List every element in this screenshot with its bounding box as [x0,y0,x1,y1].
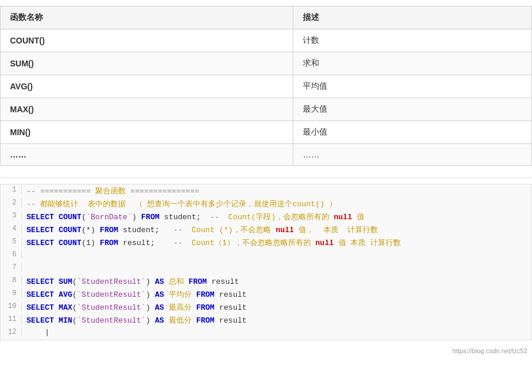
code-text: SELECT SUM(`StudentResult`) AS 总和 FROM r… [26,276,531,287]
code-text: SELECT COUNT(`BornDate`) FROM student; -… [26,211,531,223]
col-header-func: 函数名称 [1,6,293,29]
code-text: -- 都能够统计 表中的数据 （ 想查询一个表中有多少个记录，就使用这个coun… [26,198,531,210]
func-name: AVG() [1,75,293,98]
table-row: MIN() 最小值 [1,121,532,144]
table-row: COUNT() 计数 [1,29,532,52]
line-number: 10 [1,301,22,311]
functions-table-section: 函数名称 描述 COUNT() 计数 SUM() 求和 AVG() 平均值 MA… [0,0,532,178]
url-text: https://blog.csdn.net/lzc52 [453,347,527,354]
line-number: 5 [1,237,22,246]
url-bar: https://blog.csdn.net/lzc52 [0,346,532,356]
table-row: AVG() 平均值 [1,75,532,98]
code-text: SELECT MIN(`StudentResult`) AS 最低分 FROM … [26,314,531,326]
func-desc: …… [293,144,532,166]
line-number: 4 [1,224,22,233]
code-text: SELECT COUNT(1) FROM result; -- Count（1）… [26,237,531,249]
code-text [26,263,531,273]
line-number: 12 [1,327,22,337]
code-line-2: 2 -- 都能够统计 表中的数据 （ 想查询一个表中有多少个记录，就使用这个co… [1,197,531,210]
line-number: 3 [1,211,22,220]
code-text: SELECT AVG(`StudentResult`) AS 平均分 FROM … [26,289,531,300]
line-number: 8 [1,276,22,285]
func-desc: 最小值 [293,121,532,144]
code-text: | [26,327,531,337]
table-row: SUM() 求和 [1,52,532,75]
line-number: 9 [1,289,22,298]
func-name: SUM() [1,52,293,75]
code-line-5: 5 SELECT COUNT(1) FROM result; -- Count（… [1,236,531,249]
line-number: 7 [1,263,22,272]
code-text: -- =========== 聚合函数 =============== [26,185,531,197]
func-desc: 最大值 [293,98,532,121]
code-text [26,250,531,260]
line-number: 1 [1,185,22,195]
func-desc: 计数 [293,29,532,52]
func-name: COUNT() [1,29,293,52]
code-line-3: 3 SELECT COUNT(`BornDate`) FROM student;… [1,210,531,223]
code-line-11: 11 SELECT MIN(`StudentResult`) AS 最低分 FR… [1,314,531,327]
col-header-desc: 描述 [293,6,532,29]
code-line-8: 8 SELECT SUM(`StudentResult`) AS 总和 FROM… [1,275,531,288]
code-line-10: 10 SELECT MAX(`StudentResult`) AS 最高分 FR… [1,301,531,314]
code-line-12: 12 | [1,327,531,340]
table-header-row: 函数名称 描述 [1,6,532,29]
line-number: 11 [1,314,22,324]
code-text: SELECT MAX(`StudentResult`) AS 最高分 FROM … [26,301,531,313]
func-name: MIN() [1,121,293,144]
table-row: …… …… [1,144,532,166]
table-row: MAX() 最大值 [1,98,532,121]
code-text: SELECT COUNT(*) FROM student; -- Count (… [26,224,531,236]
func-name: MAX() [1,98,293,121]
code-line-6: 6 [1,249,531,262]
code-block: 1 -- =========== 聚合函数 =============== 2 … [0,184,532,340]
code-line-7: 7 [1,262,531,275]
functions-table: 函数名称 描述 COUNT() 计数 SUM() 求和 AVG() 平均值 MA… [0,6,532,166]
line-number: 2 [1,198,22,207]
code-line-4: 4 SELECT COUNT(*) FROM student; -- Count… [1,223,531,236]
code-line-9: 9 SELECT AVG(`StudentResult`) AS 平均分 FRO… [1,288,531,301]
func-desc: 平均值 [293,75,532,98]
func-desc: 求和 [293,52,532,75]
func-name: …… [1,144,293,166]
line-number: 6 [1,250,22,259]
code-line-1: 1 -- =========== 聚合函数 =============== [1,185,531,197]
